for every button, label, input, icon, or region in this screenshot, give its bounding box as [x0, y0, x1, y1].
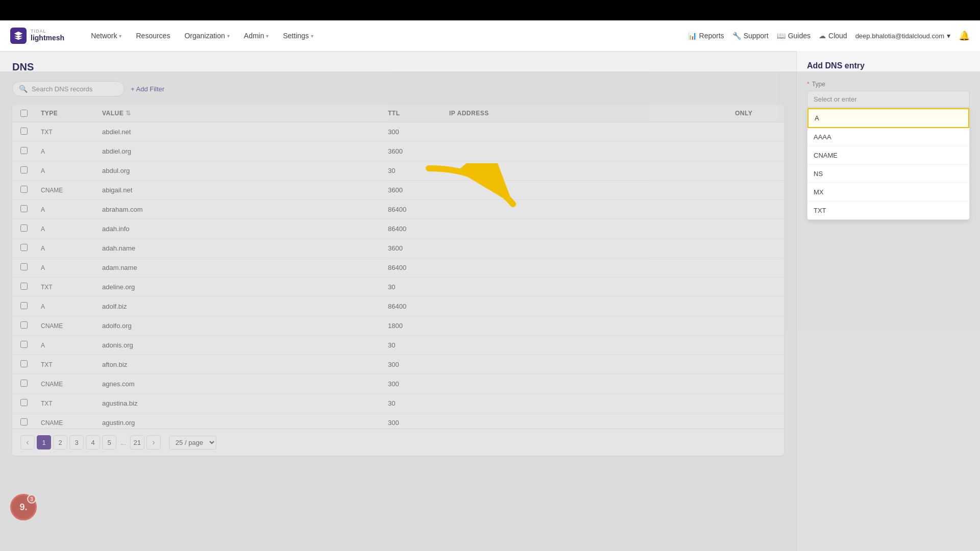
- nav-guides[interactable]: 📖 Guides: [777, 32, 811, 40]
- row-type: A: [41, 226, 102, 233]
- page-ellipsis: ...: [118, 439, 128, 446]
- top-bar: [0, 0, 980, 20]
- page-1-button[interactable]: 1: [37, 435, 51, 449]
- row-ttl: 300: [388, 419, 449, 427]
- user-menu[interactable]: deep.bhalotia@tidalcloud.com ▾: [855, 32, 950, 40]
- row-checkbox: [20, 360, 41, 369]
- avatar-badge[interactable]: 9. 3: [10, 494, 37, 520]
- row-select-checkbox[interactable]: [20, 166, 28, 173]
- nav-item-network[interactable]: Network ▾: [85, 28, 128, 44]
- row-checkbox: [20, 302, 41, 311]
- row-select-checkbox[interactable]: [20, 399, 28, 406]
- row-type: CNAME: [41, 322, 102, 330]
- row-select-checkbox[interactable]: [20, 205, 28, 212]
- nav-guides-label: Guides: [788, 32, 811, 40]
- search-icon: 🔍: [19, 85, 28, 93]
- row-select-checkbox[interactable]: [20, 224, 28, 232]
- dropdown-item-a[interactable]: A: [807, 108, 969, 128]
- table-row: TXT abdiel.net 300: [12, 122, 784, 142]
- row-value: abdiel.net: [102, 128, 388, 136]
- last-page-button[interactable]: 21: [130, 435, 144, 449]
- row-value: agnes.com: [102, 380, 388, 388]
- navbar: tidal lightmesh Network ▾ Resources Orga…: [0, 20, 980, 51]
- row-type: TXT: [41, 129, 102, 136]
- select-all-checkbox[interactable]: [20, 110, 28, 117]
- page-title: DNS: [12, 61, 784, 73]
- row-type: A: [41, 264, 102, 271]
- page-5-button[interactable]: 5: [102, 435, 116, 449]
- logo-area[interactable]: tidal lightmesh: [10, 28, 64, 44]
- dropdown-item-ns[interactable]: NS: [807, 165, 969, 183]
- search-box[interactable]: 🔍: [12, 81, 125, 96]
- row-select-checkbox[interactable]: [20, 263, 28, 270]
- bell-icon[interactable]: 🔔: [959, 30, 970, 41]
- row-select-checkbox[interactable]: [20, 380, 28, 387]
- row-checkbox: [20, 128, 41, 136]
- nav-items: Network ▾ Resources Organization ▾ Admin…: [85, 28, 688, 44]
- row-select-checkbox[interactable]: [20, 341, 28, 348]
- row-ttl: 300: [388, 380, 449, 388]
- nav-item-admin[interactable]: Admin ▾: [238, 28, 275, 44]
- prev-page-button[interactable]: ‹: [20, 435, 35, 449]
- user-email: deep.bhalotia@tidalcloud.com: [855, 32, 944, 40]
- page-3-button[interactable]: 3: [69, 435, 84, 449]
- row-value: adah.info: [102, 225, 388, 233]
- dropdown-item-txt[interactable]: TXT: [807, 202, 969, 219]
- nav-cloud[interactable]: ☁ Cloud: [819, 32, 847, 40]
- nav-item-organization[interactable]: Organization ▾: [178, 28, 235, 44]
- row-type: A: [41, 245, 102, 252]
- dropdown-item-aaaa[interactable]: AAAA: [807, 128, 969, 146]
- nav-reports-label: Reports: [699, 32, 724, 40]
- per-page-select[interactable]: 10 / page 25 / page 50 / page: [169, 436, 216, 449]
- search-input[interactable]: [32, 85, 113, 93]
- row-value: afton.biz: [102, 361, 388, 368]
- table-row: CNAME adolfo.org 1800: [12, 316, 784, 336]
- nav-item-settings[interactable]: Settings ▾: [277, 28, 320, 44]
- logo-lightmesh: lightmesh: [31, 34, 64, 42]
- row-select-checkbox[interactable]: [20, 321, 28, 329]
- row-select-checkbox[interactable]: [20, 128, 28, 135]
- table-row: A adah.name 3600: [12, 239, 784, 258]
- row-ttl: 1800: [388, 322, 449, 330]
- dropdown-item-cname[interactable]: CNAME: [807, 146, 969, 165]
- add-filter-button[interactable]: + Add Filter: [131, 85, 164, 93]
- sort-icon[interactable]: ⇅: [126, 110, 131, 117]
- row-select-checkbox[interactable]: [20, 418, 28, 425]
- row-ttl: 3600: [388, 244, 449, 252]
- type-form-group: * Type A AAAA CNAME NS MX TXT: [807, 81, 970, 108]
- row-select-checkbox[interactable]: [20, 360, 28, 367]
- notification-badge: 3: [27, 494, 36, 504]
- nav-resources-label: Resources: [136, 32, 170, 40]
- row-select-checkbox[interactable]: [20, 244, 28, 251]
- row-select-checkbox[interactable]: [20, 186, 28, 193]
- th-ttl: TTL: [388, 110, 449, 117]
- table-body: TXT abdiel.net 300 A abdiel.org 3600 A a…: [12, 122, 784, 429]
- page-4-button[interactable]: 4: [86, 435, 100, 449]
- dropdown-item-mx[interactable]: MX: [807, 183, 969, 202]
- row-value: agustin.org: [102, 419, 388, 427]
- row-select-checkbox[interactable]: [20, 147, 28, 154]
- nav-item-resources[interactable]: Resources: [130, 28, 176, 44]
- type-input[interactable]: [807, 91, 970, 108]
- row-type: TXT: [41, 284, 102, 291]
- table-row: A adah.info 86400: [12, 219, 784, 239]
- next-page-button[interactable]: ›: [146, 435, 161, 449]
- page-2-button[interactable]: 2: [53, 435, 67, 449]
- row-select-checkbox[interactable]: [20, 283, 28, 290]
- row-ttl: 30: [388, 283, 449, 291]
- row-checkbox: [20, 418, 41, 427]
- th-only: only: [735, 110, 776, 117]
- row-select-checkbox[interactable]: [20, 302, 28, 309]
- add-filter-label: + Add Filter: [131, 85, 164, 93]
- table-row: A adonis.org 30: [12, 336, 784, 355]
- table-row: A adam.name 86400: [12, 258, 784, 278]
- main-area: DNS 🔍 + Add Filter TYPE: [0, 51, 796, 551]
- row-value: adah.name: [102, 244, 388, 252]
- row-type: CNAME: [41, 419, 102, 427]
- chevron-down-icon: ▾: [311, 33, 313, 39]
- nav-reports[interactable]: 📊 Reports: [688, 32, 724, 40]
- row-checkbox: [20, 321, 41, 330]
- table-header: TYPE Value ⇅ TTL IP Address only: [12, 105, 784, 122]
- chevron-down-icon: ▾: [266, 33, 268, 39]
- nav-support[interactable]: 🔧 Support: [732, 32, 769, 40]
